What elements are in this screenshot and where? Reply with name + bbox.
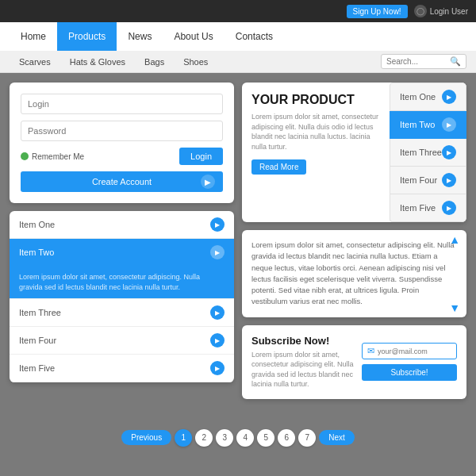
acc-header-1[interactable]: Item One ▶ [10,211,234,238]
acc-item-5: Item Five ▶ [10,355,234,382]
item-play-2[interactable]: ▶ [442,117,456,132]
remember-dot [21,152,29,160]
acc-play-4[interactable]: ▶ [210,333,225,347]
item-tab-label-5: Item Five [400,203,436,213]
email-icon: ✉ [367,346,374,356]
nav-contacts[interactable]: Contacts [225,22,284,51]
acc-header-2[interactable]: Item Two ▶ [10,239,234,266]
subnav-hats[interactable]: Hats & Gloves [60,57,135,67]
subscribe-text: Lorem ipsum dolor sit amet, consectetur … [251,350,354,390]
acc-item-1: Item One ▶ [10,211,234,239]
scroll-widget: ▲ Lorem ipsum dolor sit amet, consectetu… [242,230,466,317]
acc-play-1[interactable]: ▶ [210,217,225,232]
acc-item-4: Item Four ▶ [10,327,234,355]
arrow-icon: ▶ [201,175,215,189]
search-input[interactable] [386,57,450,66]
login-user-button[interactable]: ◯ Login User [414,5,468,17]
scroll-down-icon[interactable]: ▼ [449,301,460,314]
login-row: Remember Me Login [21,148,223,165]
page-7[interactable]: 7 [298,429,316,447]
product-widget: YOUR PRODUCT Lorem ipsum dolor sit amet,… [242,83,466,222]
acc-label-1: Item One [19,220,55,229]
product-content: YOUR PRODUCT Lorem ipsum dolor sit amet,… [242,83,390,222]
pagination: Previous 1 2 3 4 5 6 7 Next [0,424,476,450]
item-play-1[interactable]: ▶ [442,90,456,104]
page-6[interactable]: 6 [278,429,295,447]
page-4[interactable]: 4 [236,429,254,447]
user-icon: ◯ [414,5,427,17]
nav-about[interactable]: About Us [163,22,224,51]
remember-me[interactable]: Remember Me [21,152,84,161]
login-user-label: Login User [430,7,468,16]
read-more-button[interactable]: Read More [251,159,306,175]
right-column: YOUR PRODUCT Lorem ipsum dolor sit amet,… [242,83,466,399]
nav-products[interactable]: Products [57,22,117,51]
accordion-widget: Item One ▶ Item Two ▶ Lorem ipsum dolor … [10,211,234,382]
sub-nav: Scarves Hats & Gloves Bags Shoes 🔍 [0,51,476,73]
item-tab-1[interactable]: Item One ▶ [390,83,466,111]
main-content: Remember Me Login Create Account ▶ Item … [0,73,476,424]
page-1[interactable]: 1 [175,429,192,447]
page-2[interactable]: 2 [195,429,213,447]
login-input[interactable] [21,94,223,114]
item-tab-label-4: Item Four [400,175,437,185]
acc-play-3[interactable]: ▶ [210,305,225,320]
acc-label-3: Item Three [19,308,61,317]
subnav-scarves[interactable]: Scarves [10,57,60,67]
subscribe-widget: Subscribe Now! Lorem ipsum dolor sit ame… [242,325,466,399]
acc-header-4[interactable]: Item Four ▶ [10,327,234,354]
create-account-button[interactable]: Create Account ▶ [21,171,223,192]
scroll-up-icon[interactable]: ▲ [449,233,460,246]
acc-header-3[interactable]: Item Three ▶ [10,299,234,326]
subscribe-right: ✉ Subscribe! [362,343,457,381]
acc-label-5: Item Five [19,363,55,373]
acc-item-2: Item Two ▶ Lorem ipsum dolor sit amet, c… [10,239,234,299]
next-button[interactable]: Next [319,430,355,445]
acc-label-2: Item Two [19,248,54,257]
subnav-bags[interactable]: Bags [135,57,174,67]
search-icon: 🔍 [450,56,461,67]
email-input[interactable] [378,347,445,355]
prev-button[interactable]: Previous [121,430,171,445]
create-account-label: Create Account [92,177,152,186]
email-input-wrap[interactable]: ✉ [362,343,457,359]
item-play-5[interactable]: ▶ [442,201,456,215]
subnav-shoes[interactable]: Shoes [174,57,217,67]
acc-item-3: Item Three ▶ [10,299,234,327]
top-bar: Sign Up Now! ◯ Login User [0,0,476,22]
items-sidebar: Item One ▶ Item Two ▶ Item Three ▶ Item … [390,83,466,222]
item-tab-3[interactable]: Item Three ▶ [390,139,466,167]
acc-play-5[interactable]: ▶ [210,361,225,375]
password-input[interactable] [21,121,223,141]
item-tab-label-3: Item Three [400,148,442,157]
nav-home[interactable]: Home [10,22,57,51]
page-5[interactable]: 5 [257,429,274,447]
nav-news[interactable]: News [117,22,163,51]
left-column: Remember Me Login Create Account ▶ Item … [10,83,234,399]
signup-button[interactable]: Sign Up Now! [347,5,408,18]
subscribe-left: Subscribe Now! Lorem ipsum dolor sit ame… [251,335,354,390]
item-play-3[interactable]: ▶ [442,145,456,159]
item-tab-2[interactable]: Item Two ▶ [390,111,466,139]
acc-header-5[interactable]: Item Five ▶ [10,355,234,382]
main-nav: Home Products News About Us Contacts [0,22,476,51]
page-3[interactable]: 3 [216,429,233,447]
subscribe-button[interactable]: Subscribe! [362,364,457,381]
item-tab-4[interactable]: Item Four ▶ [390,167,466,194]
remember-label: Remember Me [32,152,84,161]
item-tab-label-1: Item One [400,92,436,102]
acc-body-2: Lorem ipsum dolor sit amet, consectetur … [10,266,234,298]
acc-play-2[interactable]: ▶ [210,245,225,259]
search-box[interactable]: 🔍 [381,54,466,69]
product-text: Lorem ipsum dolor sit amet, consectetur … [251,112,380,152]
product-title: YOUR PRODUCT [251,92,380,107]
acc-body-text-2: Lorem ipsum dolor sit amet, consectetur … [19,273,200,291]
acc-label-4: Item Four [19,336,56,345]
item-play-4[interactable]: ▶ [442,173,456,187]
item-tab-label-2: Item Two [400,120,435,129]
scroll-text: Lorem ipsum dolor sit amet, consectetur … [251,240,457,308]
login-button[interactable]: Login [179,148,223,165]
login-widget: Remember Me Login Create Account ▶ [10,83,234,203]
item-tab-5[interactable]: Item Five ▶ [390,194,466,222]
subscribe-title: Subscribe Now! [251,335,354,347]
